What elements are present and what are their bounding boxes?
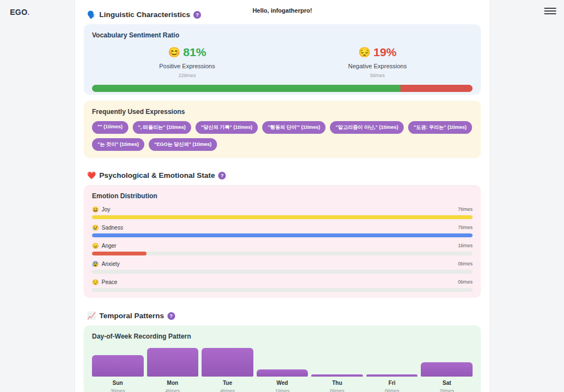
day-name: Tue bbox=[202, 380, 253, 386]
card-title: Vocabulary Sentiment Ratio bbox=[92, 31, 473, 39]
emotion-name: Joy bbox=[101, 206, 110, 213]
emotion-bar-fill bbox=[92, 215, 473, 219]
positive-label: Positive Expressions bbox=[92, 63, 283, 69]
bar-column-thu bbox=[311, 374, 363, 377]
day-count: 3times bbox=[92, 388, 144, 392]
emotion-row-peace: 😌Peace 0times bbox=[92, 279, 473, 292]
emotion-name: Peace bbox=[101, 279, 117, 285]
emotion-count: 7times bbox=[458, 206, 473, 212]
anxiety-emoji-icon: 😰 bbox=[92, 261, 99, 267]
expression-badge: "" (1times) bbox=[92, 121, 128, 134]
sentiment-ratio-bar bbox=[92, 85, 473, 92]
sadness-emoji-icon: 😢 bbox=[92, 225, 99, 231]
expression-badge: "당신의 기록" (1times) bbox=[196, 121, 258, 134]
emotion-bar-track bbox=[92, 270, 473, 274]
emotion-rows: 😄Joy 7times 😢Sadness 7times 😠Anger 1time… bbox=[92, 206, 473, 292]
bar-column-sun bbox=[92, 355, 144, 377]
logo-dot: . bbox=[28, 8, 30, 17]
emotion-name: Sadness bbox=[101, 225, 123, 231]
positive-bar-segment bbox=[92, 85, 400, 92]
day-bar bbox=[92, 355, 144, 377]
emotion-row-anger: 😠Anger 1times bbox=[92, 242, 473, 255]
day-bar bbox=[366, 374, 418, 377]
section-title: Psychological & Emotional State bbox=[99, 171, 215, 179]
day-bar bbox=[311, 374, 363, 377]
day-name: Wed bbox=[257, 380, 308, 386]
negative-bar-segment bbox=[400, 85, 473, 92]
day-bar bbox=[202, 348, 253, 377]
frequent-expressions-card: Frequently Used Expressions "" (1times) … bbox=[84, 101, 481, 158]
smiling-face-icon: 😊 bbox=[168, 46, 180, 58]
section-emotional-heading: ❤️ Psychological & Emotional State ? bbox=[84, 171, 481, 179]
negative-expressions-block: 😔 19% Negative Expressions 5times bbox=[283, 46, 473, 78]
day-name: Sun bbox=[92, 380, 144, 386]
emotion-bar-track bbox=[92, 215, 473, 219]
day-bar bbox=[147, 348, 199, 377]
user-greeting: Hello, infogatherpro! bbox=[75, 7, 490, 14]
emotion-count: 0times bbox=[458, 279, 473, 285]
expression-badges: "" (1times) ", 떠올리는" (1times) "당신의 기록" (… bbox=[92, 121, 473, 151]
negative-count: 5times bbox=[283, 73, 473, 78]
pensive-face-icon: 😔 bbox=[359, 46, 371, 58]
emotion-bar-fill bbox=[92, 252, 147, 255]
day-bar bbox=[421, 362, 473, 377]
emotion-row-sadness: 😢Sadness 7times bbox=[92, 224, 473, 237]
peace-emoji-icon: 😌 bbox=[92, 279, 99, 285]
emotion-row-joy: 😄Joy 7times bbox=[92, 206, 473, 219]
emotion-bar-track bbox=[92, 288, 473, 292]
positive-percent: 😊 81% bbox=[168, 46, 207, 59]
help-icon[interactable]: ? bbox=[167, 312, 175, 320]
emotion-count: 0times bbox=[458, 261, 473, 266]
bar-column-sat bbox=[421, 362, 473, 377]
bar-column-tue bbox=[202, 348, 253, 377]
day-count: 0times bbox=[366, 388, 418, 392]
weekly-labels: Sun3times Mon4times Tue4times Wed1times … bbox=[92, 380, 473, 392]
joy-emoji-icon: 😄 bbox=[92, 206, 99, 213]
positive-expressions-block: 😊 81% Positive Expressions 22times bbox=[92, 46, 283, 78]
expression-badge: "알고리즘이 아닌," (1times) bbox=[330, 121, 404, 134]
hamburger-menu-icon[interactable] bbox=[544, 6, 556, 16]
chart-increasing-icon: 📈 bbox=[87, 312, 96, 320]
weekly-bar-chart bbox=[92, 348, 473, 377]
emotion-distribution-card: Emotion Distribution 😄Joy 7times 😢Sadnes… bbox=[84, 185, 481, 298]
expression-badge: ", 떠올리는" (1times) bbox=[133, 121, 192, 134]
emotion-row-anxiety: 😰Anxiety 0times bbox=[92, 260, 473, 274]
day-name: Mon bbox=[147, 380, 199, 386]
section-title: Temporal Patterns bbox=[99, 312, 164, 320]
expression-badge: "행동의 단어'" (1times) bbox=[262, 121, 326, 134]
day-of-week-card: Day-of-Week Recording Pattern Sun3times … bbox=[84, 325, 481, 392]
help-icon[interactable]: ? bbox=[218, 172, 226, 179]
expression-badge: "EGO는 당신의" (1times) bbox=[149, 138, 217, 151]
day-count: 1times bbox=[257, 388, 308, 392]
emotion-count: 1times bbox=[458, 243, 473, 248]
card-title: Day-of-Week Recording Pattern bbox=[92, 333, 473, 340]
section-temporal-heading: 📈 Temporal Patterns ? bbox=[84, 312, 481, 320]
card-title: Frequently Used Expressions bbox=[92, 108, 473, 116]
day-name: Thu bbox=[311, 380, 363, 386]
day-name: Sat bbox=[421, 380, 473, 386]
card-title: Emotion Distribution bbox=[92, 192, 473, 200]
day-count: 2times bbox=[421, 388, 473, 392]
negative-percent: 😔 19% bbox=[359, 46, 397, 59]
day-count: 0times bbox=[311, 388, 363, 392]
emotion-name: Anxiety bbox=[101, 261, 120, 267]
app-logo[interactable]: EGO. bbox=[10, 8, 30, 17]
expression-badge: "도권: 우리는" (1times) bbox=[408, 121, 472, 134]
heart-icon: ❤️ bbox=[87, 171, 96, 179]
positive-count: 22times bbox=[92, 73, 283, 78]
emotion-bar-fill bbox=[92, 233, 473, 237]
day-name: Fri bbox=[366, 380, 418, 386]
day-bar bbox=[257, 369, 308, 377]
bar-column-fri bbox=[366, 374, 418, 377]
expression-badge: "는 것이" (1times) bbox=[92, 138, 144, 151]
emotion-bar-track bbox=[92, 233, 473, 237]
bar-column-wed bbox=[257, 369, 308, 377]
bar-column-mon bbox=[147, 348, 199, 377]
day-count: 4times bbox=[202, 388, 253, 392]
main-content-panel: Hello, infogatherpro! 🗣️ Linguistic Char… bbox=[74, 0, 490, 392]
vocabulary-sentiment-card: Vocabulary Sentiment Ratio 😊 81% Positiv… bbox=[84, 24, 481, 95]
emotion-bar-track bbox=[92, 252, 473, 255]
emotion-count: 7times bbox=[458, 225, 473, 230]
anger-emoji-icon: 😠 bbox=[92, 243, 99, 249]
day-count: 4times bbox=[147, 388, 199, 392]
